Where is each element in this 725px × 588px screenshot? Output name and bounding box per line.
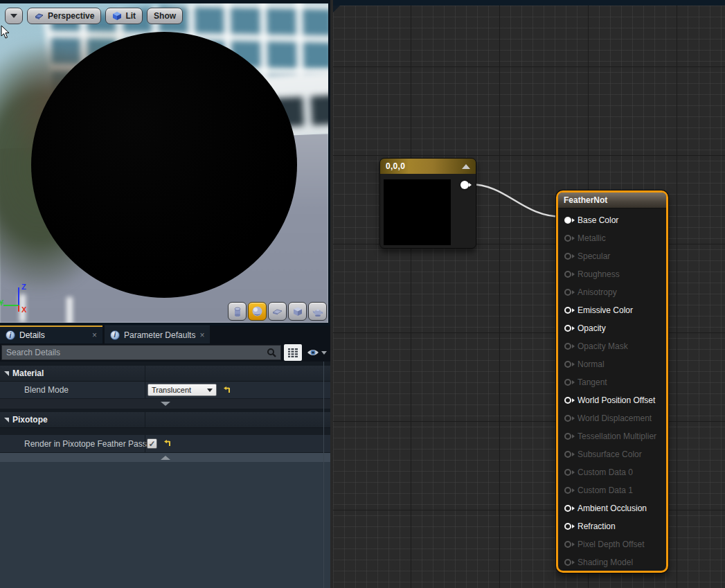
view-options-button[interactable] [305,344,328,361]
pin-circle-icon[interactable] [564,253,571,260]
pin-label: World Position Offset [578,395,655,405]
material-pin[interactable]: Metallic [558,229,666,247]
pin-circle-icon[interactable] [564,289,571,296]
material-pin[interactable]: Opacity Mask [558,337,666,355]
blend-mode-dropdown[interactable]: Translucent [147,384,217,396]
column-divider [145,435,145,452]
material-pin[interactable]: Anisotropy [558,283,666,301]
pin-circle-icon[interactable] [564,235,571,242]
pin-label: Opacity [578,323,606,333]
pin-circle-icon[interactable] [564,397,571,404]
category-material[interactable]: Material [0,366,330,382]
reset-to-default-icon[interactable] [163,440,171,447]
constant-color-node[interactable]: 0,0,0 [379,158,476,249]
material-result-node[interactable]: FeatherNot Base Color Metallic [556,190,668,573]
grid-icon [288,348,298,357]
pin-circle-icon[interactable] [564,505,571,512]
material-pin[interactable]: Custom Data 0 [558,463,666,481]
chevron-down-icon [10,14,17,18]
cube-icon [292,306,303,317]
lit-button[interactable]: Lit [105,8,143,24]
pin-circle-icon[interactable] [564,559,571,566]
pin-label: Specular [578,251,610,261]
search-input[interactable]: Search Details [1,345,281,360]
material-graph-panel[interactable]: 0,0,0 FeatherNot Base Color [333,0,725,588]
material-section-expander[interactable] [0,399,330,409]
pixotope-section-expander[interactable] [0,453,330,462]
material-pin[interactable]: Ambient Occlusion [558,499,666,517]
pin-circle-icon[interactable] [564,433,571,440]
column-divider [145,412,145,427]
shape-button-plane[interactable] [268,302,287,321]
material-pin[interactable]: World Position Offset [558,391,666,409]
shape-button-teapot[interactable] [308,302,327,321]
details-tab-bar: i Details × i Parameter Defaults × [0,326,330,344]
shape-button-cube[interactable] [288,302,307,321]
category-material-label: Material [12,368,44,378]
material-pin[interactable]: Base Color [558,211,666,229]
shape-button-sphere[interactable] [248,302,267,321]
pin-circle-icon[interactable] [564,307,571,314]
close-icon[interactable]: × [199,330,204,340]
chevron-down-icon [207,389,213,392]
close-icon[interactable]: × [92,330,97,340]
property-matrix-button[interactable] [284,344,302,361]
material-pin[interactable]: Normal [558,355,666,373]
pin-circle-icon[interactable] [564,523,571,530]
pin-circle-icon[interactable] [564,361,571,368]
constant-node-header[interactable]: 0,0,0 [380,159,476,174]
output-pin[interactable] [460,181,469,189]
material-pin[interactable]: Roughness [558,265,666,283]
pin-circle-icon[interactable] [564,415,571,422]
reset-to-default-icon[interactable] [223,386,231,394]
material-pin[interactable]: Refraction [558,517,666,535]
feather-pass-row: Render in Pixotope Feather Pass ✓ [0,435,330,453]
x-axis-label: X [21,305,26,314]
category-pixotope[interactable]: Pixotope [0,412,330,428]
pin-circle-icon[interactable] [564,451,571,458]
blend-mode-value: Translucent [152,386,191,394]
feather-pass-label: Render in Pixotope Feather Pass [24,439,147,449]
category-collapse-icon [4,418,9,422]
pin-label: Custom Data 1 [578,485,633,495]
pin-circle-icon[interactable] [564,487,571,494]
pin-circle-icon[interactable] [564,217,571,224]
pin-circle-icon[interactable] [564,271,571,278]
pin-circle-icon[interactable] [564,469,571,476]
viewport-options-dropdown-button[interactable] [5,8,23,24]
tab-details[interactable]: i Details × [0,326,102,344]
details-empty-area [0,462,330,588]
pin-circle-icon[interactable] [564,541,571,548]
feather-pass-checkbox[interactable]: ✓ [147,438,157,449]
material-pin[interactable]: Opacity [558,319,666,337]
perspective-button[interactable]: Perspective [27,8,101,24]
shape-button-cylinder[interactable] [228,302,247,321]
teapot-icon [312,306,324,317]
material-pin[interactable]: Pixel Depth Offset [558,535,666,553]
column-divider [145,382,145,398]
material-pin-list: Base Color Metallic Specular Rou [558,211,666,571]
tab-parameter-defaults[interactable]: i Parameter Defaults × [105,326,210,344]
material-pin[interactable]: Tangent [558,373,666,391]
material-pin[interactable]: Specular [558,247,666,265]
preview-viewport[interactable]: Z Y X Perspective [0,0,330,326]
collapse-icon[interactable] [462,164,470,169]
material-editor-window: Z Y X Perspective [0,0,725,588]
material-pin[interactable]: Subsurface Color [558,445,666,463]
z-axis-line [18,287,19,305]
cylinder-icon [232,306,243,317]
pin-label: Opacity Mask [578,341,628,351]
material-pin[interactable]: Custom Data 1 [558,481,666,499]
details-scrollbar[interactable] [323,362,324,588]
material-pin[interactable]: Tessellation Multiplier [558,427,666,445]
show-button[interactable]: Show [147,8,183,24]
pin-circle-icon[interactable] [564,343,571,350]
material-pin[interactable]: Shading Model [558,553,666,571]
material-node-header[interactable]: FeatherNot [558,193,666,208]
pin-label: Subsurface Color [578,449,642,459]
z-axis-label: Z [21,283,26,291]
material-pin[interactable]: World Displacement [558,409,666,427]
material-pin[interactable]: Emissive Color [558,301,666,319]
pin-circle-icon[interactable] [564,325,571,332]
pin-circle-icon[interactable] [564,379,571,386]
